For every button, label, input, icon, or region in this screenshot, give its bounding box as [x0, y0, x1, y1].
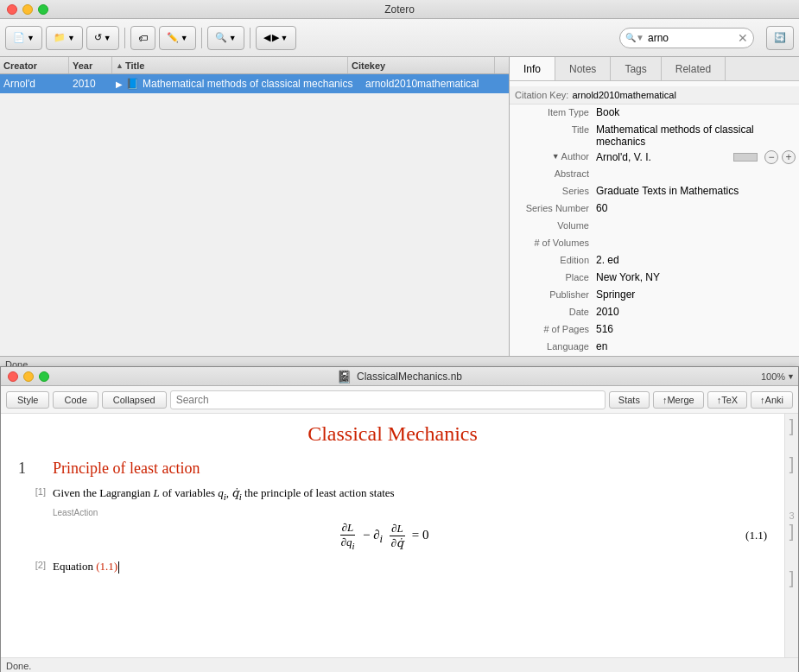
value-series: Graduate Texts in Mathematics: [596, 184, 799, 197]
add-button[interactable]: 📄 ▼: [5, 26, 42, 50]
code-button[interactable]: Code: [53, 391, 98, 409]
merge-button[interactable]: ↑Merge: [653, 391, 704, 409]
tag-button[interactable]: 🏷: [130, 26, 155, 50]
arrow-btn-arrow: ▼: [104, 34, 111, 42]
nb-max-btn[interactable]: [39, 371, 49, 382]
separator-3: [250, 28, 250, 48]
text-cursor: [118, 561, 119, 574]
close-btn[interactable]: [7, 4, 17, 15]
label-date: Date: [510, 305, 596, 317]
expand-icon[interactable]: ▶: [116, 79, 123, 89]
citation-key-label: Citation Key:: [515, 90, 568, 100]
nb-close-btn[interactable]: [8, 371, 18, 382]
label-author: ▼ Author: [510, 149, 596, 162]
bracket-4: ]: [789, 569, 795, 586]
field-title: Title Mathematical methods of classical …: [510, 122, 799, 149]
tab-info[interactable]: Info: [510, 57, 555, 80]
nb-min-btn[interactable]: [23, 371, 34, 382]
search-clear-icon[interactable]: ✕: [738, 32, 748, 44]
notebook-title: Classical Mechanics: [18, 422, 767, 446]
frac-1-den: ∂qi: [339, 536, 356, 551]
locate-button[interactable]: 🔍 ▼: [207, 26, 244, 50]
search-box: 🔍▼ ✕: [619, 28, 754, 48]
minimize-btn[interactable]: [22, 4, 33, 15]
arrow-icon: ↺: [94, 32, 102, 43]
col-creator-header: Creator: [0, 57, 69, 73]
sync-button[interactable]: 🔄: [766, 26, 794, 50]
anki-button[interactable]: ↑Anki: [751, 391, 793, 409]
nb-titlebar: 📓 ClassicalMechanics.nb 100% ▼: [1, 367, 798, 386]
cell-2-text: Equation (1.1): [53, 560, 119, 573]
stats-button[interactable]: Stats: [609, 391, 650, 409]
separator-2: [201, 28, 202, 48]
info-content: Citation Key: arnold2010mathematical Ite…: [510, 81, 799, 356]
nb-filename: ClassicalMechanics.nb: [357, 371, 462, 383]
tab-related[interactable]: Related: [662, 57, 726, 80]
qi-var: qi: [218, 486, 226, 499]
tab-tags[interactable]: Tags: [611, 57, 661, 80]
value-series-number: 60: [596, 201, 799, 214]
frac-2-den: ∂q̇: [390, 536, 406, 550]
zotero-titlebar: Zotero: [0, 0, 799, 19]
style-button[interactable]: Style: [6, 391, 49, 409]
pencil-button[interactable]: ✏️ ▼: [159, 26, 196, 50]
nb-toolbar: Style Code Collapsed Stats ↑Merge ↑TeX ↑…: [1, 386, 798, 414]
col-resize: [495, 57, 509, 73]
cell-citekey: arnold2010mathematical: [362, 78, 509, 90]
nb-search-input[interactable]: [170, 390, 606, 409]
author-add-btn[interactable]: +: [782, 150, 796, 164]
pencil-icon: ✏️: [167, 32, 179, 43]
cell-2-content: Equation (1.1): [53, 558, 767, 576]
separator-1: [124, 28, 125, 48]
arrow-button[interactable]: ↺ ▼: [86, 26, 119, 50]
collapsed-button[interactable]: Collapsed: [102, 391, 167, 409]
value-publisher: Springer: [596, 288, 799, 301]
eq-formula: ∂L ∂qi − ∂i ∂L ∂q̇ = 0: [53, 521, 715, 551]
table-pane: Creator Year ▲ Title Citekey Arnol'd 201…: [0, 57, 510, 356]
equation-label: LeastAction: [53, 508, 767, 517]
eq-formula-text: ∂L ∂qi − ∂i ∂L ∂q̇ = 0: [339, 521, 428, 551]
field-abstract: Abstract: [510, 166, 799, 183]
tex-button[interactable]: ↑TeX: [707, 391, 747, 409]
nav-back-button[interactable]: ◀ ▶ ▼: [256, 26, 296, 50]
notebook-window: 📓 ClassicalMechanics.nb 100% ▼ Style Cod…: [0, 366, 799, 672]
folder-button[interactable]: 📁 ▼: [46, 26, 83, 50]
tab-notes[interactable]: Notes: [555, 57, 611, 80]
frac-2-num: ∂L: [390, 522, 405, 536]
nb-sidebar: ] ] 3 ] ]: [784, 414, 798, 657]
author-remove-btn[interactable]: −: [764, 150, 778, 164]
folder-icon: 📁: [54, 32, 66, 43]
cell-1: [1] Given the Lagrangian L of variables …: [18, 485, 767, 504]
window-controls: [7, 4, 48, 15]
value-edition: 2. ed: [596, 253, 799, 266]
field-series-number: Series Number 60: [510, 200, 799, 218]
sync-icon: 🔄: [774, 32, 786, 43]
table-row[interactable]: Arnol'd 2010 ▶ 📘 Mathematical methods of…: [0, 74, 509, 93]
maximize-btn[interactable]: [38, 4, 48, 15]
cell-2: [2] Equation (1.1): [18, 558, 767, 576]
nb-zoom-value: 100%: [761, 371, 785, 382]
value-date: 2010: [596, 305, 799, 318]
eq-ref-link[interactable]: (1.1): [96, 560, 117, 573]
qidot-var: q̇i: [231, 486, 241, 499]
label-series-number: Series Number: [510, 201, 596, 213]
field-edition: Edition 2. ed: [510, 252, 799, 269]
pencil-arrow: ▼: [181, 34, 188, 42]
value-abstract: [596, 167, 799, 168]
nb-zoom-control[interactable]: 100% ▼: [761, 371, 795, 382]
search-input[interactable]: [648, 32, 734, 44]
bracket-2: ]: [789, 455, 795, 472]
lagrangian-L: L: [154, 486, 160, 499]
value-language: en: [596, 339, 799, 352]
zotero-toolbar: 📄 ▼ 📁 ▼ ↺ ▼ 🏷 ✏️ ▼ 🔍 ▼ ◀ ▶ ▼: [0, 19, 799, 57]
field-publisher: Publisher Springer: [510, 287, 799, 304]
search-dropdown-icon[interactable]: 🔍▼: [625, 33, 644, 42]
equation-cell: LeastAction ∂L ∂qi − ∂i ∂L: [18, 511, 767, 551]
info-pane: Info Notes Tags Related Citation Key: ar…: [510, 57, 799, 356]
field-language: Language en: [510, 339, 799, 356]
label-abstract: Abstract: [510, 167, 596, 179]
cell-1-number: [1]: [18, 485, 53, 497]
value-pages: 516: [596, 322, 799, 335]
cell-year: 2010: [69, 78, 112, 90]
frac-1: ∂L ∂qi: [339, 521, 356, 551]
